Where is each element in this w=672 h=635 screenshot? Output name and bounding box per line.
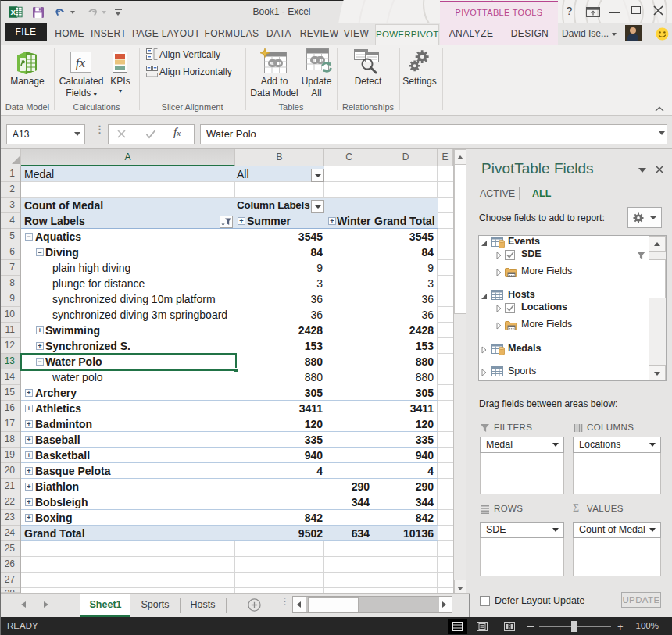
svg-text:fx: fx bbox=[76, 55, 86, 70]
svg-text:X: X bbox=[10, 8, 16, 16]
